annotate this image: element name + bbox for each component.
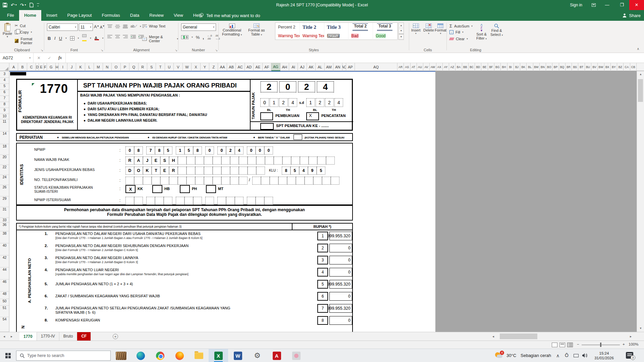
letter-box[interactable] [300, 157, 309, 165]
letter-box[interactable] [178, 157, 186, 165]
letter-box[interactable] [186, 167, 195, 175]
sign-in-button[interactable]: Sign in [565, 0, 588, 10]
phone-digit-box[interactable] [204, 177, 213, 185]
letter-box[interactable]: E [160, 167, 169, 175]
phone-digit-box[interactable] [213, 177, 221, 185]
npwp-digit-box[interactable]: 1 [176, 146, 184, 155]
letter-box[interactable] [230, 167, 239, 175]
sheet-tab-bruto[interactable]: Bruto [59, 332, 77, 341]
fill-button[interactable]: ↓Fill▾ [449, 30, 464, 34]
letter-box[interactable] [291, 157, 300, 165]
font-family-select[interactable]: Calibri▾ [47, 23, 78, 31]
letter-box[interactable] [256, 167, 265, 175]
npwp-digit-box[interactable]: 0 [217, 146, 226, 155]
restore-button[interactable]: ❐ [614, 0, 629, 10]
style-total-3[interactable]: Total 3 [373, 23, 397, 32]
ribbon-display-options-icon[interactable] [588, 0, 600, 10]
letter-box[interactable] [309, 157, 317, 165]
tahun-pajak-digit-box[interactable]: 0 [279, 81, 297, 93]
letter-box[interactable] [265, 157, 274, 165]
zebra-photo-taskbar-icon[interactable] [111, 349, 131, 362]
column-header-BS[interactable]: BS [572, 63, 578, 71]
column-header-J[interactable]: J [67, 63, 76, 71]
phone-digit-box[interactable] [178, 177, 186, 185]
npwp-digit-box[interactable] [205, 197, 214, 205]
name-box[interactable]: AG72▾ [0, 53, 34, 63]
tahun-pajak-digit-box[interactable]: 2 [260, 81, 278, 93]
column-header-T[interactable]: T [156, 63, 165, 71]
column-header-AA[interactable]: AA [218, 63, 227, 71]
column-header-G[interactable]: G [47, 63, 56, 71]
npwp-digit-box[interactable] [164, 197, 172, 205]
phone-digit-box[interactable] [169, 177, 178, 185]
firefox-taskbar-icon[interactable] [170, 349, 189, 362]
column-header-H[interactable]: H [56, 63, 59, 71]
formula-input[interactable] [66, 53, 644, 63]
column-header-AP[interactable]: AP [346, 63, 355, 71]
weather-icon[interactable]: 4 [495, 352, 503, 360]
word-taskbar-icon[interactable]: W [228, 349, 248, 362]
column-header-F[interactable]: F [44, 63, 47, 71]
fax-digit-box[interactable] [322, 177, 331, 185]
grow-font-icon[interactable]: A▲ [94, 24, 99, 29]
npwp-digit-box[interactable] [146, 197, 155, 205]
klu-digit-box[interactable]: 5 [290, 167, 299, 175]
letter-box[interactable] [239, 157, 248, 165]
phone-digit-box[interactable] [143, 177, 152, 185]
period-from-digit-box[interactable]: 1 [270, 98, 278, 107]
pembukuan-checkbox[interactable] [260, 112, 273, 120]
klu-digit-box[interactable]: 5 [317, 167, 325, 175]
fax-digit-box[interactable] [252, 177, 261, 185]
insert-function-icon[interactable]: fx [58, 55, 62, 60]
letter-box[interactable]: D [125, 167, 134, 175]
npwp-digit-box[interactable] [217, 197, 226, 205]
column-header-CA[interactable]: CA [624, 63, 630, 71]
align-center-icon[interactable] [115, 35, 120, 39]
column-header-AD[interactable]: AD [245, 63, 254, 71]
taskbar-search-input[interactable]: Type here to search [16, 351, 111, 361]
autosum-button[interactable]: ΣAutoSum▾ [449, 23, 473, 28]
column-header-AF[interactable]: AF [263, 63, 271, 71]
column-header-AL[interactable]: AL [316, 63, 324, 71]
klu-digit-box[interactable]: 4 [299, 167, 308, 175]
sheet-tab-cf[interactable]: CF [77, 332, 91, 341]
phone-digit-box[interactable] [221, 177, 230, 185]
accounting-format-icon[interactable]: 💲$ [181, 35, 189, 39]
column-header-AT[interactable]: AT [411, 63, 417, 71]
income-value-cell[interactable]: 0 [329, 316, 352, 325]
letter-box[interactable] [230, 157, 239, 165]
conditional-formatting-button[interactable]: Conditional Formatting ▾ [222, 23, 242, 36]
letter-box[interactable]: E [152, 157, 160, 165]
style-warning-text-2[interactable]: Warning Text 2 [275, 32, 300, 40]
insert-cells-button[interactable]: ← Insert▾ [411, 23, 421, 35]
phone-digit-box[interactable] [230, 177, 239, 185]
klu-digit-box[interactable]: 8 [282, 167, 290, 175]
column-header-Y[interactable]: Y [201, 63, 209, 71]
alignment-dialog-launcher-icon[interactable]: ↘ [175, 49, 177, 52]
taskbar-clock[interactable]: 15:24 31/01/2026 [590, 351, 619, 360]
income-value-cell[interactable]: 0 [329, 244, 352, 252]
column-header-AG[interactable]: AG [271, 63, 280, 71]
column-header-BV[interactable]: BV [591, 63, 598, 71]
style-total-2[interactable]: Total 2 [348, 23, 373, 32]
column-header-BQ[interactable]: BQ [559, 63, 566, 71]
column-header-BR[interactable]: BR [566, 63, 572, 71]
column-header-M[interactable]: M [94, 63, 103, 71]
column-header-AZ[interactable]: AZ [449, 63, 455, 71]
npwp-digit-box[interactable] [176, 197, 184, 205]
sheet-tab-1770[interactable]: 1770 [19, 332, 37, 341]
align-top-icon[interactable] [107, 24, 112, 28]
column-header-BX[interactable]: BX [604, 63, 611, 71]
tab-review[interactable]: Review [144, 10, 169, 21]
style-normal[interactable]: Normal [324, 32, 349, 40]
npwp-digit-box[interactable]: 4 [235, 146, 244, 155]
paste-button[interactable]: Paste▼ [3, 23, 12, 38]
column-header-AR[interactable]: AR [397, 63, 404, 71]
letter-box[interactable]: K [143, 167, 152, 175]
page-layout-view-icon[interactable] [559, 343, 565, 347]
column-header-AC[interactable]: AC [236, 63, 245, 71]
clear-button[interactable]: Clear▾ [449, 37, 468, 41]
column-header-AK[interactable]: AK [307, 63, 316, 71]
column-header-N[interactable]: N [103, 63, 112, 71]
clipboard-dialog-launcher-icon[interactable]: ↘ [41, 49, 43, 52]
